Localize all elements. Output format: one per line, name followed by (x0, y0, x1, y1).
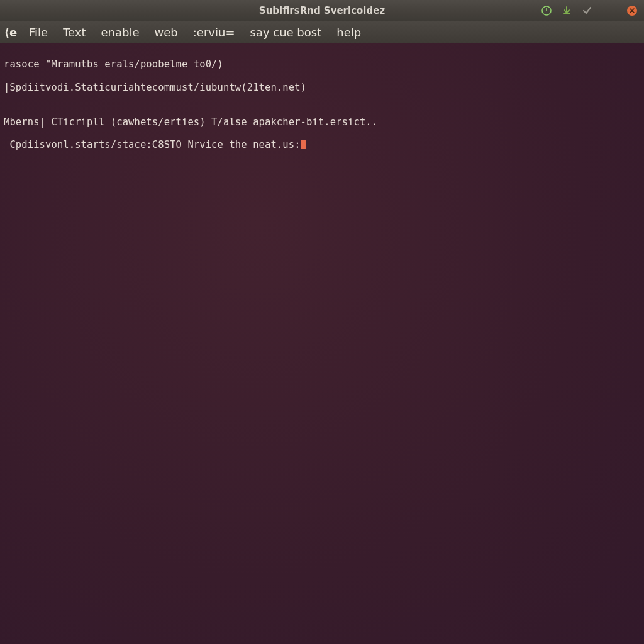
tray-area (541, 0, 638, 21)
terminal-output[interactable]: rasoce "Mramutbs erals/poobelme to0/) |S… (0, 43, 644, 644)
download-icon[interactable] (561, 5, 572, 16)
menu-file[interactable]: File (23, 23, 54, 42)
menu-enable[interactable]: enable (95, 23, 146, 42)
menu-help[interactable]: help (330, 23, 367, 42)
terminal-cursor (301, 140, 306, 149)
menu-say[interactable]: say cue bost (243, 23, 328, 42)
menubar: ⟨e File Text enable web :erviu= say cue … (0, 21, 644, 44)
terminal-line-with-cursor: Cpdiisvonl.starts/stace:C8STO Nrvice the… (4, 139, 640, 150)
terminal-line: Mberns| CTicripll (cawhets/erties) T/als… (4, 116, 640, 128)
menu-text[interactable]: Text (57, 23, 92, 42)
menu-service[interactable]: :erviu= (187, 23, 242, 42)
terminal-line: |Spdiitvodi.Staticuriahtecommust/iubuntw… (4, 82, 640, 93)
terminal-line: rasoce "Mramutbs erals/poobelme to0/) (4, 58, 640, 70)
check-icon[interactable] (581, 5, 592, 16)
window-titlebar: SubifirsRnd Svericoldez (0, 0, 644, 21)
menu-web[interactable]: web (148, 23, 184, 42)
close-icon[interactable] (626, 5, 638, 16)
power-icon[interactable] (541, 5, 552, 16)
terminal-line-text: Cpdiisvonl.starts/stace:C8STO Nrvice the… (4, 139, 301, 150)
window-control-glyph[interactable]: ⟨e (4, 26, 18, 40)
